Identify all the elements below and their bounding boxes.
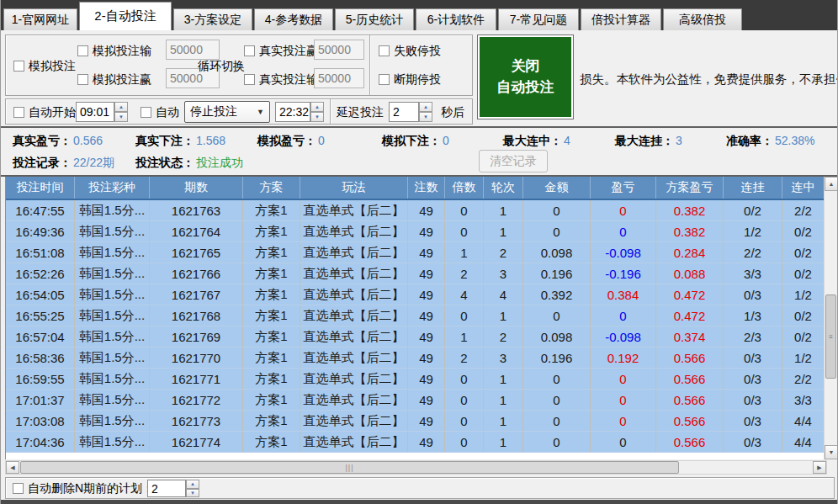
cell-bets: 49 — [408, 347, 445, 368]
cell-multiple: 2 — [445, 263, 484, 284]
table-row[interactable]: 17:04:36韩国1.5分...1621774方案1直选单式【后二】49010… — [6, 432, 837, 453]
cell-plan: 方案1 — [243, 263, 300, 284]
table-row[interactable]: 16:51:08韩国1.5分...1621765方案1直选单式【后二】49120… — [6, 242, 837, 263]
cell-plan: 方案1 — [243, 369, 300, 389]
cell-multiple: 1 — [445, 326, 484, 347]
real-lose-checkbox[interactable] — [244, 74, 255, 85]
cell-round: 2 — [484, 326, 523, 347]
real-lose-input[interactable] — [314, 68, 364, 88]
auto-delete-checkbox[interactable] — [13, 483, 24, 494]
column-header-period[interactable]: 期数 — [150, 177, 243, 199]
cell-profit: 0 — [591, 411, 656, 431]
spinner-down-icon[interactable]: ▼ — [114, 112, 128, 122]
cell-bets: 49 — [408, 284, 445, 305]
tab-5[interactable]: 5-历史统计 — [335, 8, 414, 30]
cell-time: 16:58:36 — [6, 347, 75, 368]
auto-delete-input[interactable] — [147, 480, 186, 497]
spinner-down-icon[interactable]: ▼ — [186, 489, 199, 498]
column-header-amount[interactable]: 金额 — [523, 177, 591, 199]
fail-stop-checkbox[interactable] — [379, 45, 390, 56]
real-win-input[interactable] — [314, 40, 364, 60]
auto-start-checkbox[interactable] — [13, 107, 24, 118]
delay-input[interactable] — [389, 102, 419, 122]
column-header-time[interactable]: 投注时间 — [6, 177, 75, 199]
stop-time-input[interactable] — [275, 102, 310, 122]
spinner-down-icon[interactable]: ▼ — [419, 112, 432, 122]
table-row[interactable]: 16:47:55韩国1.5分...1621763方案1直选单式【后二】49010… — [6, 200, 837, 221]
spinner-up-icon[interactable]: ▲ — [186, 480, 199, 489]
scroll-down-icon[interactable]: ▼ — [825, 445, 838, 459]
vertical-scrollbar[interactable]: ▲ ≡ ▼ — [824, 177, 837, 459]
tab-7[interactable]: 7-常见问题 — [498, 8, 579, 30]
scroll-left-icon[interactable]: ◀ — [6, 461, 19, 474]
cell-lose_streak: 0/3 — [724, 432, 782, 452]
scroll-up-icon[interactable]: ▲ — [825, 177, 838, 191]
schedule-divider — [330, 99, 331, 124]
column-header-plan_profit[interactable]: 方案盈亏 — [656, 177, 724, 199]
column-header-round[interactable]: 轮次 — [484, 177, 523, 199]
close-auto-bet-button[interactable]: 关闭 自动投注 — [477, 34, 574, 119]
tab-3[interactable]: 3-方案设定 — [173, 8, 252, 30]
spinner-up-icon[interactable]: ▲ — [310, 102, 324, 112]
tab-4[interactable]: 4-参考数据 — [254, 8, 333, 30]
column-header-profit[interactable]: 盈亏 — [591, 177, 656, 199]
column-header-win_streak[interactable]: 连中 — [782, 177, 825, 199]
cell-amount: 0 — [523, 200, 591, 220]
auto-bet-window: 1-官网网址2-自动投注3-方案设定4-参考数据5-历史统计6-计划软件7-常见… — [0, 0, 838, 504]
tab-2[interactable]: 2-自动投注 — [79, 2, 172, 30]
column-header-lose_streak[interactable]: 连挂 — [724, 177, 782, 199]
miss-stop-checkbox[interactable] — [379, 74, 390, 85]
table-row[interactable]: 16:57:04韩国1.5分...1621769方案1直选单式【后二】49120… — [6, 326, 837, 347]
cell-lottery: 韩国1.5分... — [75, 390, 150, 410]
column-header-play[interactable]: 玩法 — [300, 177, 408, 199]
table-row[interactable]: 17:03:08韩国1.5分...1621773方案1直选单式【后二】49010… — [6, 411, 837, 432]
spinner-down-icon[interactable]: ▼ — [310, 112, 324, 122]
clear-records-button[interactable]: 清空记录 — [479, 150, 548, 172]
table-row[interactable]: 16:58:36韩国1.5分...1621770方案1直选单式【后二】49230… — [6, 347, 837, 369]
sim-win-checkbox[interactable] — [77, 74, 88, 85]
table-row[interactable]: 16:55:25韩国1.5分...1621768方案1直选单式【后二】49010… — [6, 305, 837, 326]
tab-8[interactable]: 倍投计算器 — [581, 8, 661, 30]
sim-lose-checkbox[interactable] — [77, 45, 88, 56]
cell-win_streak: 0/2 — [782, 242, 825, 263]
auto-checkbox[interactable] — [141, 107, 151, 118]
table-row[interactable]: 16:49:36韩国1.5分...1621764方案1直选单式【后二】49010… — [6, 221, 837, 242]
table-row[interactable]: 16:52:26韩国1.5分...1621766方案1直选单式【后二】49230… — [6, 263, 837, 284]
column-header-lottery[interactable]: 投注彩种 — [75, 177, 150, 199]
cell-lose_streak: 1/3 — [724, 305, 782, 326]
cell-lose_streak: 0/2 — [724, 200, 782, 220]
cell-plan_profit: 0.284 — [656, 242, 724, 263]
cell-multiple: 2 — [445, 347, 484, 368]
horizontal-scroll-thumb[interactable]: ||| — [20, 461, 679, 474]
tab-6[interactable]: 6-计划软件 — [416, 8, 496, 30]
cell-amount: 0 — [523, 221, 591, 241]
column-header-multiple[interactable]: 倍数 — [445, 177, 484, 199]
sim-profit-value: 0 — [318, 134, 325, 147]
cell-plan_profit: 0.374 — [656, 326, 724, 347]
column-header-plan[interactable]: 方案 — [243, 177, 300, 199]
cell-multiple: 0 — [445, 200, 484, 220]
cell-time: 16:52:26 — [6, 263, 75, 284]
sim-lose-input[interactable] — [166, 40, 220, 60]
tab-9[interactable]: 高级倍投 — [663, 8, 742, 30]
start-time-input[interactable] — [76, 102, 114, 122]
column-header-bets[interactable]: 注数 — [408, 177, 445, 199]
simulate-bet-checkbox[interactable] — [13, 61, 24, 72]
tab-1[interactable]: 1-官网网址 — [3, 8, 77, 30]
cell-profit: 0 — [591, 305, 656, 326]
vertical-scroll-thumb[interactable]: ≡ — [825, 294, 836, 379]
stop-action-select[interactable]: 停止投注 ▼ — [184, 101, 270, 123]
table-row[interactable]: 17:01:37韩国1.5分...1621772方案1直选单式【后二】49010… — [6, 390, 837, 411]
horizontal-scrollbar[interactable]: ◀ ||| ▶ — [5, 460, 827, 475]
cell-amount: 0.098 — [523, 242, 591, 263]
table-row[interactable]: 16:59:55韩国1.5分...1621771方案1直选单式【后二】49010… — [6, 369, 837, 390]
dropdown-arrow-icon: ▼ — [257, 108, 264, 116]
real-win-checkbox[interactable] — [244, 45, 255, 56]
spinner-up-icon[interactable]: ▲ — [419, 102, 432, 112]
table-row[interactable]: 16:54:05韩国1.5分...1621767方案1直选单式【后二】49440… — [6, 284, 837, 305]
scroll-right-icon[interactable]: ▶ — [813, 461, 826, 474]
cell-round: 3 — [484, 263, 523, 284]
spinner-up-icon[interactable]: ▲ — [114, 102, 128, 112]
cell-play: 直选单式【后二】 — [300, 326, 408, 347]
cell-multiple: 0 — [445, 221, 484, 241]
